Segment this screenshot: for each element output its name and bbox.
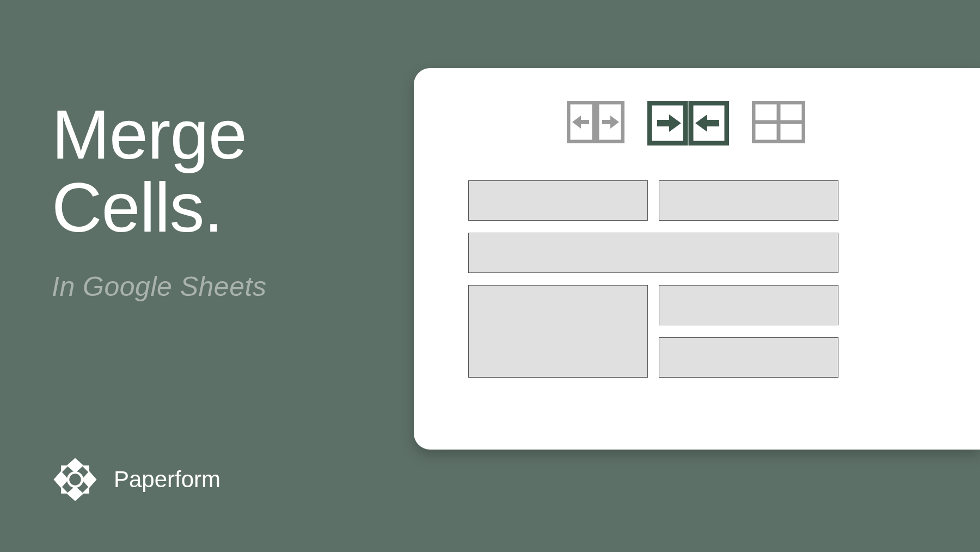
- cell-stack: [659, 285, 838, 378]
- svg-marker-11: [572, 116, 581, 129]
- brand-name: Paperform: [114, 466, 220, 493]
- svg-rect-18: [657, 120, 669, 126]
- svg-marker-4: [61, 465, 69, 473]
- merged-cell-vertical: [468, 285, 648, 378]
- title-line-1: Merge: [52, 95, 247, 173]
- cell: [659, 337, 838, 378]
- svg-marker-1: [67, 486, 84, 501]
- illustration-card: [414, 68, 980, 450]
- svg-marker-19: [695, 114, 707, 132]
- svg-marker-3: [82, 471, 97, 488]
- svg-marker-17: [669, 114, 681, 132]
- cells-illustration: [414, 180, 980, 378]
- cell-row: [468, 233, 958, 273]
- svg-rect-12: [581, 120, 589, 124]
- brand-block: Paperform: [52, 456, 220, 503]
- svg-rect-14: [602, 120, 610, 124]
- cell: [468, 180, 648, 221]
- cell-row: [468, 285, 958, 378]
- cell-row: [468, 180, 958, 221]
- svg-point-8: [68, 472, 82, 487]
- merge-toolbar: [414, 101, 980, 148]
- paperform-logo-icon: [52, 456, 99, 503]
- grid-cells-icon: [752, 101, 805, 148]
- svg-marker-2: [53, 471, 69, 488]
- heading-block: Merge Cells. In Google Sheets: [52, 98, 266, 302]
- svg-marker-5: [82, 465, 89, 473]
- svg-marker-0: [67, 458, 84, 473]
- unmerge-cells-icon: [567, 101, 624, 148]
- cell: [659, 285, 838, 325]
- page-title: Merge Cells.: [52, 98, 266, 245]
- svg-rect-20: [707, 120, 719, 126]
- svg-marker-13: [610, 116, 619, 129]
- merged-cell: [468, 233, 838, 273]
- title-line-2: Cells.: [52, 168, 223, 246]
- cell: [659, 180, 838, 221]
- merge-horizontal-icon: [647, 101, 729, 148]
- svg-marker-6: [61, 486, 69, 494]
- page-subtitle: In Google Sheets: [52, 271, 266, 302]
- svg-marker-7: [82, 486, 89, 494]
